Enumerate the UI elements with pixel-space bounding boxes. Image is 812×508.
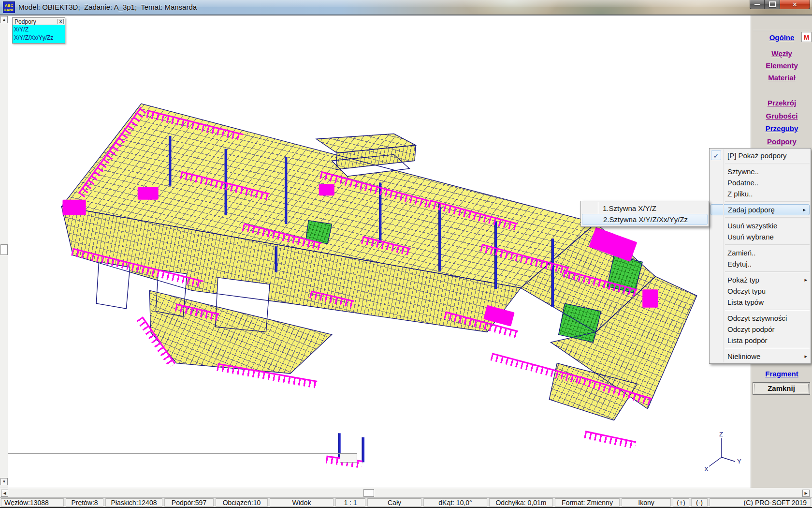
menu-item-label: Odczyt sztywności bbox=[727, 314, 787, 322]
menu-item-label: Zadaj podporę bbox=[728, 206, 775, 214]
sidebar-item-materiał[interactable]: Materiał bbox=[751, 73, 812, 83]
menu-item[interactable]: Nieliniowe▸ bbox=[710, 351, 811, 362]
sidebar-item-ogólne[interactable]: Ogólne bbox=[751, 32, 812, 43]
model-column bbox=[551, 239, 554, 307]
sidebar-item-elementy[interactable]: Elementy bbox=[751, 60, 812, 71]
menu-separator bbox=[725, 244, 810, 245]
sidebar-item-podpory[interactable]: Podpory bbox=[751, 136, 812, 147]
status-cell[interactable]: 1 : 1 bbox=[335, 498, 365, 507]
axis-y-label: Y bbox=[737, 458, 741, 465]
menu-item[interactable]: Odczyt typu bbox=[710, 285, 811, 297]
menu-item-label: Podatne.. bbox=[727, 179, 758, 187]
menu-item-label: Z pliku.. bbox=[727, 190, 753, 198]
menu-item-label: Edytuj.. bbox=[727, 260, 752, 268]
submenu-item[interactable]: 1.Sztywna X/Y/Z bbox=[581, 203, 709, 214]
app-icon-text-2: DANE bbox=[3, 8, 14, 12]
scroll-down-button[interactable]: ▼ bbox=[0, 478, 8, 485]
model-column bbox=[438, 203, 441, 270]
menu-item-label: [P] Pokaż podpory bbox=[727, 151, 787, 160]
close-panel-button[interactable]: Zamknij bbox=[753, 382, 810, 395]
menu-separator bbox=[725, 271, 810, 272]
supports-panel-close-icon[interactable]: x bbox=[58, 19, 64, 24]
minimize-button[interactable] bbox=[750, 0, 765, 9]
sidebar-divider bbox=[753, 30, 810, 30]
status-cell: Obciążeń:10 bbox=[216, 498, 268, 507]
menu-item-label: Sztywne.. bbox=[727, 167, 759, 176]
submenu-items: 1.Sztywna X/Y/Z2.Sztywna X/Y/Z/Xx/Yy/Zz bbox=[581, 203, 709, 225]
support-type-item[interactable]: X/Y/Z bbox=[14, 26, 65, 34]
menu-item-label: Lista podpór bbox=[727, 336, 768, 344]
menu-item[interactable]: Lista typów bbox=[710, 297, 811, 308]
submenu-arrow-icon: ▸ bbox=[804, 351, 807, 362]
supports-panel-titlebar[interactable]: Podpory x bbox=[12, 17, 65, 25]
status-cell[interactable]: Ikony bbox=[622, 498, 671, 507]
support-cluster bbox=[138, 187, 159, 200]
menu-separator bbox=[725, 163, 810, 164]
menu-item[interactable]: Odczyt sztywności bbox=[710, 313, 811, 324]
menu-item[interactable]: Sztywne.. bbox=[710, 166, 811, 177]
application-window: ABC DANE Model: OBIEKT3D; Zadanie: A_3p1… bbox=[0, 0, 812, 508]
fem-model-3d bbox=[8, 15, 751, 488]
vertical-scrollbar[interactable]: ▲ ▼ bbox=[0, 15, 8, 488]
status-cell: Płaskich:12408 bbox=[105, 498, 162, 507]
status-cell: Węzłów:13088 bbox=[1, 498, 64, 507]
app-icon-text-1: ABC bbox=[3, 3, 14, 8]
menu-item-label: Usuń wszystkie bbox=[727, 222, 777, 230]
status-cell[interactable]: dKąt: 10,0° bbox=[423, 498, 487, 507]
menu-item[interactable]: Usuń wybrane bbox=[710, 231, 811, 242]
sidebar-item-przeguby[interactable]: Przeguby bbox=[751, 123, 812, 134]
canvas-divider-thumb[interactable] bbox=[340, 453, 357, 463]
status-cell[interactable]: Cały bbox=[367, 498, 421, 507]
menu-item[interactable]: Edytuj.. bbox=[710, 258, 811, 269]
menu-item-label: Zamień.. bbox=[727, 249, 755, 257]
support-type-item[interactable]: X/Y/Z/Xx/Yy/Zz bbox=[14, 34, 65, 42]
menu-item[interactable]: Zamień.. bbox=[710, 247, 811, 258]
scroll-right-button[interactable]: ▶ bbox=[802, 490, 810, 497]
horizontal-scrollbar[interactable]: ◀ ▶ bbox=[0, 488, 812, 497]
scroll-up-button[interactable]: ▲ bbox=[0, 16, 8, 23]
sidebar-item-grubości[interactable]: Grubości bbox=[751, 111, 812, 121]
fragment-link[interactable]: Fragment bbox=[765, 370, 798, 378]
menu-item[interactable]: Usuń wszystkie bbox=[710, 220, 811, 231]
axis-triad-icon: Z X Y bbox=[703, 431, 744, 475]
menu-item[interactable]: Odczyt podpór bbox=[710, 324, 811, 335]
close-button[interactable]: ✕ bbox=[780, 0, 810, 9]
menu-item[interactable]: Lista podpór bbox=[710, 335, 811, 346]
status-cell[interactable]: Widok bbox=[270, 498, 334, 507]
context-menu-items: ✓[P] Pokaż podporySztywne..Podatne..Z pl… bbox=[710, 150, 811, 362]
scroll-left-button[interactable]: ◀ bbox=[1, 490, 8, 497]
sidebar-item-węzły[interactable]: Węzły bbox=[751, 48, 812, 59]
menu-item-label: Odczyt typu bbox=[727, 287, 766, 295]
status-cell[interactable]: (-) bbox=[691, 498, 708, 507]
menu-item[interactable]: Pokaż typ▸ bbox=[710, 274, 811, 285]
menu-item[interactable]: Podatne.. bbox=[710, 177, 811, 188]
menu-item-label: Usuń wybrane bbox=[727, 233, 774, 241]
menu-item[interactable]: Zadaj podporę▸ bbox=[710, 204, 810, 215]
horizontal-scroll-thumb[interactable] bbox=[363, 489, 374, 497]
submenu-item[interactable]: 2.Sztywna X/Y/Z/Xx/Yy/Zz bbox=[582, 214, 708, 225]
status-cell[interactable]: Format: Zmienny bbox=[555, 498, 620, 507]
vertical-scroll-thumb[interactable] bbox=[0, 244, 8, 255]
axis-x-label: X bbox=[704, 465, 709, 473]
sidebar-item-fragment[interactable]: Fragment bbox=[751, 369, 812, 379]
axis-z-label: Z bbox=[719, 431, 723, 438]
context-menu: ✓[P] Pokaż podporySztywne..Podatne..Z pl… bbox=[709, 148, 811, 364]
status-cell[interactable]: Odchyłka: 0,01m bbox=[489, 498, 553, 507]
menu-item[interactable]: Z pliku.. bbox=[710, 188, 811, 199]
menu-separator bbox=[725, 217, 810, 218]
model-edge-outlines bbox=[8, 15, 751, 488]
close-icon: ✕ bbox=[792, 1, 798, 8]
viewport-canvas[interactable]: Podpory x X/Y/ZX/Y/Z/Xx/Yy/Zz Z X Y bbox=[8, 15, 751, 488]
maximize-button[interactable] bbox=[765, 0, 780, 9]
context-submenu: 1.Sztywna X/Y/Z2.Sztywna X/Y/Z/Xx/Yy/Zz bbox=[580, 201, 709, 227]
checkmark-icon: ✓ bbox=[711, 150, 721, 160]
scroll-down-icon: ▼ bbox=[2, 479, 6, 484]
menu-gutter-line bbox=[723, 149, 724, 362]
menu-item[interactable]: ✓[P] Pokaż podpory bbox=[710, 150, 811, 161]
status-cell: Podpór:597 bbox=[164, 498, 214, 507]
status-cell[interactable]: (+) bbox=[673, 498, 689, 507]
submenu-arrow-icon: ▸ bbox=[804, 274, 807, 285]
window-title: Model: OBIEKT3D; Zadanie: A_3p1; Temat: … bbox=[18, 3, 197, 11]
sidebar-item-przekrój[interactable]: Przekrój bbox=[751, 98, 812, 108]
app-icon[interactable]: ABC DANE bbox=[3, 1, 15, 13]
